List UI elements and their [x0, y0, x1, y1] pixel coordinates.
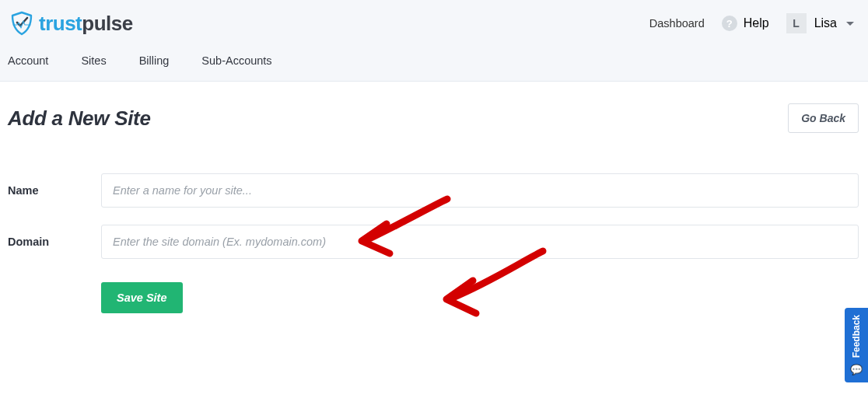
subnav-sites[interactable]: Sites	[81, 54, 106, 67]
feedback-label: Feedback	[851, 315, 862, 358]
help-icon: ?	[722, 16, 737, 31]
subnav-account[interactable]: Account	[8, 54, 48, 67]
domain-label: Domain	[8, 236, 101, 248]
chat-icon: 💬	[850, 364, 863, 375]
user-menu[interactable]: L Lisa	[786, 13, 854, 33]
help-link[interactable]: ? Help	[722, 16, 769, 31]
subnav: Account Sites Billing Sub-Accounts	[0, 44, 868, 81]
site-name-input[interactable]	[101, 173, 859, 208]
page-title: Add a New Site	[8, 106, 151, 131]
subnav-subaccounts[interactable]: Sub-Accounts	[201, 54, 271, 67]
subnav-billing[interactable]: Billing	[139, 54, 170, 67]
shield-check-icon	[9, 11, 34, 36]
avatar: L	[786, 13, 807, 33]
name-label: Name	[8, 184, 101, 197]
brand-wordmark: trustpulse	[39, 12, 133, 36]
topbar: trustpulse Dashboard ? Help L Lisa Accou…	[0, 0, 868, 82]
go-back-button[interactable]: Go Back	[788, 103, 859, 133]
site-domain-input[interactable]	[101, 225, 859, 259]
feedback-tab[interactable]: Feedback 💬	[845, 308, 868, 382]
user-name: Lisa	[814, 16, 837, 30]
chevron-down-icon	[846, 22, 854, 26]
save-site-button[interactable]: Save Site	[101, 282, 183, 313]
brand-logo[interactable]: trustpulse	[9, 11, 133, 36]
help-label: Help	[744, 16, 769, 30]
nav-dashboard[interactable]: Dashboard	[649, 17, 705, 30]
page-content: Add a New Site Go Back Name Domain Save …	[0, 82, 868, 329]
